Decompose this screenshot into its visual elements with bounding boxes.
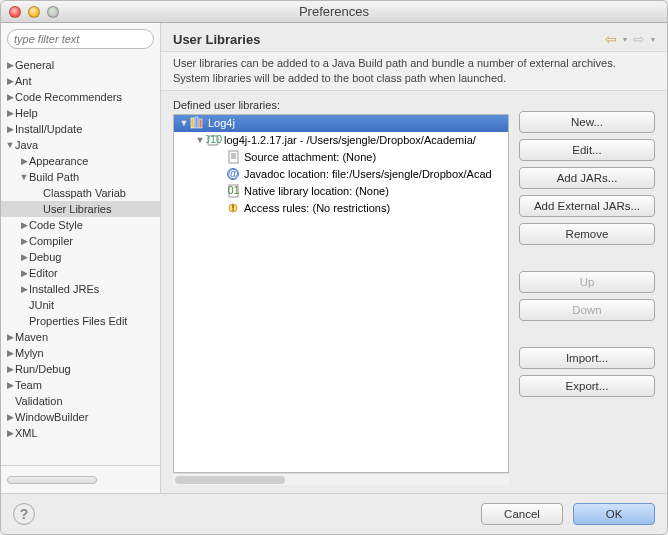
disclosure-arrow-icon[interactable]: ▼ xyxy=(19,172,29,182)
tree-item[interactable]: ▶Debug xyxy=(1,249,160,265)
javadoc-icon: @ xyxy=(226,167,242,181)
tree-item[interactable]: ▼Build Path xyxy=(1,169,160,185)
nav-back-menu[interactable]: ▾ xyxy=(623,35,627,44)
disclosure-arrow-icon[interactable]: ▶ xyxy=(19,236,29,246)
disclosure-arrow-icon[interactable]: ▶ xyxy=(19,284,29,294)
tree-item-label: Code Style xyxy=(29,219,83,231)
tree-item[interactable]: User Libraries xyxy=(1,201,160,217)
tree-item[interactable]: Validation xyxy=(1,393,160,409)
tree-item-label: Code Recommenders xyxy=(15,91,122,103)
disclosure-arrow-icon[interactable]: ▶ xyxy=(19,156,29,166)
library-tree-label: Native library location: (None) xyxy=(244,185,389,197)
source-icon xyxy=(226,150,242,164)
tree-item[interactable]: ▶Code Recommenders xyxy=(1,89,160,105)
tree-item-label: XML xyxy=(15,427,38,439)
tree-item[interactable]: ▼Java xyxy=(1,137,160,153)
add-jars-button[interactable]: Add JARs... xyxy=(519,167,655,189)
tree-item[interactable]: ▶Appearance xyxy=(1,153,160,169)
nav-forward-menu[interactable]: ▾ xyxy=(651,35,655,44)
filter-input[interactable] xyxy=(7,29,154,49)
down-button: Down xyxy=(519,299,655,321)
tree-item-label: Team xyxy=(15,379,42,391)
tree-item-label: Properties Files Edit xyxy=(29,315,127,327)
tree-item-label: Run/Debug xyxy=(15,363,71,375)
preferences-tree[interactable]: ▶General▶Ant▶Code Recommenders▶Help▶Inst… xyxy=(1,55,160,465)
remove-button[interactable]: Remove xyxy=(519,223,655,245)
tree-item[interactable]: JUnit xyxy=(1,297,160,313)
tree-item[interactable]: ▶Compiler xyxy=(1,233,160,249)
disclosure-arrow-icon[interactable]: ▶ xyxy=(5,412,15,422)
tree-item[interactable]: ▶WindowBuilder xyxy=(1,409,160,425)
library-tree-row[interactable]: ▼010log4j-1.2.17.jar - /Users/sjengle/Dr… xyxy=(174,132,508,149)
disclosure-arrow-icon[interactable]: ▶ xyxy=(5,380,15,390)
tree-item[interactable]: ▶Maven xyxy=(1,329,160,345)
disclosure-arrow-icon[interactable]: ▶ xyxy=(5,76,15,86)
disclosure-arrow-icon[interactable]: ▶ xyxy=(5,124,15,134)
tree-item-label: Editor xyxy=(29,267,58,279)
nav-forward-icon: ⇨ xyxy=(633,31,645,47)
disclosure-arrow-icon[interactable]: ▶ xyxy=(5,364,15,374)
tree-item-label: JUnit xyxy=(29,299,54,311)
tree-item[interactable]: Properties Files Edit xyxy=(1,313,160,329)
new-button[interactable]: New... xyxy=(519,111,655,133)
defined-libraries-label: Defined user libraries: xyxy=(173,99,509,111)
tree-item[interactable]: ▶Install/Update xyxy=(1,121,160,137)
disclosure-arrow-icon[interactable]: ▼ xyxy=(5,140,15,150)
disclosure-arrow-icon[interactable]: ▶ xyxy=(5,348,15,358)
library-tree-label: Log4j xyxy=(208,117,235,129)
access-icon xyxy=(226,201,242,215)
disclosure-arrow-icon[interactable]: ▶ xyxy=(5,60,15,70)
library-tree-label: log4j-1.2.17.jar - /Users/sjengle/Dropbo… xyxy=(224,134,476,146)
tree-item[interactable]: ▶Ant xyxy=(1,73,160,89)
tree-item-label: User Libraries xyxy=(43,203,111,215)
tree-item-label: Help xyxy=(15,107,38,119)
tree-item[interactable]: ▶Team xyxy=(1,377,160,393)
disclosure-arrow-icon[interactable]: ▶ xyxy=(5,332,15,342)
library-tree-row[interactable]: @Javadoc location: file:/Users/sjengle/D… xyxy=(174,166,508,183)
tree-item-label: Maven xyxy=(15,331,48,343)
tree-item-label: Mylyn xyxy=(15,347,44,359)
library-tree-label: Javadoc location: file:/Users/sjengle/Dr… xyxy=(244,168,492,180)
help-icon[interactable]: ? xyxy=(13,503,35,525)
tree-item[interactable]: ▶Run/Debug xyxy=(1,361,160,377)
library-tree-row[interactable]: 01Native library location: (None) xyxy=(174,183,508,200)
tree-item[interactable]: ▶Mylyn xyxy=(1,345,160,361)
disclosure-arrow-icon[interactable]: ▶ xyxy=(19,268,29,278)
library-tree-row[interactable]: Access rules: (No restrictions) xyxy=(174,200,508,217)
library-tree-row[interactable]: Source attachment: (None) xyxy=(174,149,508,166)
ok-button[interactable]: OK xyxy=(573,503,655,525)
tree-item[interactable]: Classpath Variab xyxy=(1,185,160,201)
tree-item-label: Appearance xyxy=(29,155,88,167)
import-button[interactable]: Import... xyxy=(519,347,655,369)
cancel-button[interactable]: Cancel xyxy=(481,503,563,525)
disclosure-arrow-icon[interactable]: ▶ xyxy=(5,108,15,118)
tree-item[interactable]: ▶Installed JREs xyxy=(1,281,160,297)
disclosure-arrow-icon[interactable]: ▼ xyxy=(194,135,206,145)
tree-item[interactable]: ▶Editor xyxy=(1,265,160,281)
sidebar-scrollbar[interactable] xyxy=(1,465,160,493)
user-libraries-tree[interactable]: ▼Log4j▼010log4j-1.2.17.jar - /Users/sjen… xyxy=(173,114,509,473)
tree-item[interactable]: ▶XML xyxy=(1,425,160,441)
tree-item[interactable]: ▶General xyxy=(1,57,160,73)
export-button[interactable]: Export... xyxy=(519,375,655,397)
library-tree-row[interactable]: ▼Log4j xyxy=(174,115,508,132)
disclosure-arrow-icon[interactable]: ▼ xyxy=(178,118,190,128)
nav-back-icon[interactable]: ⇦ xyxy=(605,31,617,47)
library-icon xyxy=(190,116,206,130)
window-title: Preferences xyxy=(1,4,667,19)
disclosure-arrow-icon[interactable]: ▶ xyxy=(5,428,15,438)
svg-rect-2 xyxy=(199,119,202,128)
tree-item[interactable]: ▶Code Style xyxy=(1,217,160,233)
tree-item-label: Debug xyxy=(29,251,61,263)
add-external-jars-button[interactable]: Add External JARs... xyxy=(519,195,655,217)
disclosure-arrow-icon[interactable]: ▶ xyxy=(5,92,15,102)
horizontal-scrollbar[interactable] xyxy=(173,473,509,485)
svg-point-15 xyxy=(232,209,234,211)
edit-button[interactable]: Edit... xyxy=(519,139,655,161)
tree-item-label: Install/Update xyxy=(15,123,82,135)
disclosure-arrow-icon[interactable]: ▶ xyxy=(19,220,29,230)
tree-item[interactable]: ▶Help xyxy=(1,105,160,121)
disclosure-arrow-icon[interactable]: ▶ xyxy=(19,252,29,262)
svg-rect-14 xyxy=(232,205,234,209)
tree-item-label: Ant xyxy=(15,75,32,87)
